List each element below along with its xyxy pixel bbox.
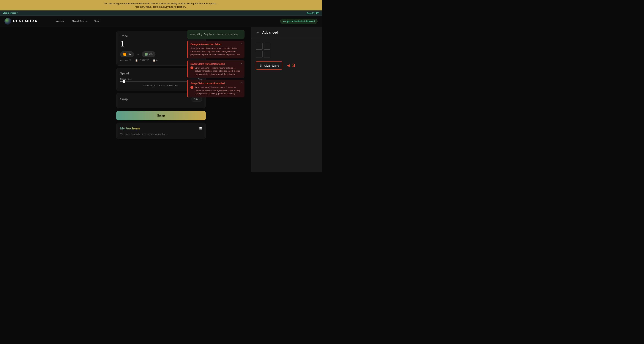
nav-assets[interactable]: Assets xyxy=(56,20,64,23)
sync-status: Blocks synced ✓ xyxy=(3,12,18,14)
notifications-panel: asset, with g. Only the rm privacy. ns d… xyxy=(184,27,248,100)
clear-cache-button[interactable]: 🗑 Clear cache xyxy=(256,61,282,70)
clear-cache-label: Clear cache xyxy=(264,64,279,67)
error-body-0: Error: [unknown] Tendermint error 1: fai… xyxy=(190,47,242,56)
logo-icon xyxy=(4,18,11,25)
speed-left-label: Instant Price xyxy=(120,78,132,80)
balance-right: 📋 0 xyxy=(153,59,158,62)
error-title-0: Delegate transaction failed xyxy=(190,43,242,46)
clear-cache-row: 🗑 Clear cache ◄ 3 xyxy=(256,61,318,70)
error-title-2: Swap Claim transaction failed xyxy=(190,82,242,85)
auctions-card: My Auctions ☰ You don't currently have a… xyxy=(116,123,206,139)
back-button[interactable]: ← xyxy=(256,31,259,35)
logo-area: PENUMBRA xyxy=(4,18,38,25)
error-card-1: × Swap Claim transaction failed ! Error:… xyxy=(187,60,244,78)
close-error-1[interactable]: × xyxy=(241,62,242,65)
swap-arrow-icon: → xyxy=(136,52,140,56)
error-text-1: Error: [unknown] Tendermint error 1: fai… xyxy=(195,66,242,76)
advanced-title: Advanced xyxy=(262,31,278,35)
error-body-2: ! Error: [unknown] Tendermint error 1: f… xyxy=(190,86,242,95)
trash-icon: 🗑 xyxy=(259,64,262,67)
annotation-arrow-icon: ◄ xyxy=(286,63,290,68)
swap-label: Swap xyxy=(120,98,128,101)
nav-send[interactable]: Send xyxy=(94,20,100,23)
nav-right: ⟺ penumbra-testnet-deimos-8 xyxy=(280,19,318,24)
banner-line2: monetary value. Testnet activity has no … xyxy=(4,5,318,9)
annotation-number: 3 xyxy=(292,63,295,68)
logo-text: PENUMBRA xyxy=(13,19,38,23)
annotation: ◄ 3 xyxy=(286,63,295,68)
close-error-2[interactable]: × xyxy=(241,81,242,84)
info-text: asset, with g. Only the rm privacy. ns d… xyxy=(190,33,238,36)
from-token-button[interactable]: UM xyxy=(120,51,134,57)
info-card: asset, with g. Only the rm privacy. ns d… xyxy=(187,30,244,39)
auctions-title: My Auctions xyxy=(120,126,140,130)
warning-banner: You are using penumbra-testnet-deimos-8.… xyxy=(0,0,322,11)
grid-square-1 xyxy=(256,43,262,50)
nav-items: Assets Shield Funds Send xyxy=(56,20,100,23)
to-token-button[interactable]: OS xyxy=(142,51,156,57)
auctions-empty: You don't currently have any active auct… xyxy=(120,133,202,135)
grid-square-2 xyxy=(264,43,270,50)
network-badge[interactable]: ⟺ penumbra-testnet-deimos-8 xyxy=(280,19,318,24)
error-icon-1: ! xyxy=(190,66,194,69)
um-token-icon xyxy=(123,53,126,56)
navigation: PENUMBRA Assets Shield Funds Send ⟺ penu… xyxy=(0,16,322,27)
sync-bar: Blocks synced ✓ Block 871376 xyxy=(0,11,322,16)
grid-icons xyxy=(256,43,318,57)
main-content: Trade 1 UM → OS Account #0 📋 10.979706 xyxy=(0,27,322,172)
nav-shield[interactable]: Shield Funds xyxy=(72,20,87,23)
network-name: penumbra-testnet-deimos-8 xyxy=(287,20,315,23)
error-body-1: ! Error: [unknown] Tendermint error 1: f… xyxy=(190,66,242,76)
os-token-icon xyxy=(144,53,148,56)
error-title-1: Swap Claim transaction failed xyxy=(190,63,242,65)
block-number: Block 871376 xyxy=(306,12,319,14)
error-text-0: Error: [unknown] Tendermint error 1: fai… xyxy=(190,47,242,56)
filter-icon[interactable]: ☰ xyxy=(199,127,202,130)
speed-thumb xyxy=(122,80,125,83)
balance-label: 📋 10.979706 xyxy=(135,59,149,62)
advanced-body: 🗑 Clear cache ◄ 3 xyxy=(252,38,322,74)
close-error-0[interactable]: × xyxy=(241,42,242,45)
advanced-panel: ← Advanced 🗑 Clear cache ◄ 3 xyxy=(251,27,322,172)
to-token-label: OS xyxy=(149,53,152,56)
network-icon: ⟺ xyxy=(283,20,286,23)
advanced-header: ← Advanced xyxy=(252,27,322,38)
error-card-0: × Delegate transaction failed Error: [un… xyxy=(187,41,244,58)
grid-square-4 xyxy=(264,51,270,57)
account-label: Account #0 xyxy=(120,59,131,62)
error-card-2: × Swap Claim transaction failed ! Error:… xyxy=(187,80,244,97)
from-token-label: UM xyxy=(128,53,131,56)
banner-line1: You are using penumbra-testnet-deimos-8.… xyxy=(4,2,318,5)
auctions-header: My Auctions ☰ xyxy=(120,126,202,130)
error-icon-2: ! xyxy=(190,86,194,89)
grid-square-3 xyxy=(256,51,262,57)
swap-button[interactable]: Swap xyxy=(116,111,206,120)
error-text-2: Error: [unknown] Tendermint error 1: fai… xyxy=(195,86,242,95)
